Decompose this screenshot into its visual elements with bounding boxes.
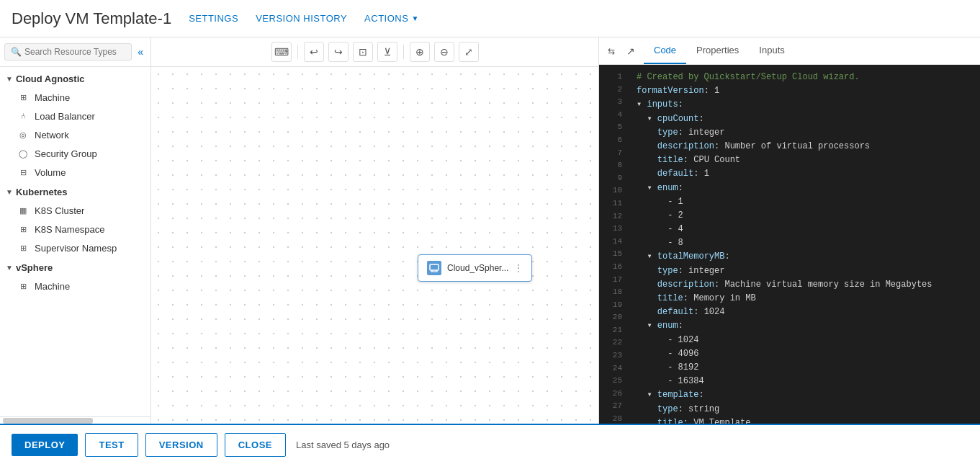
category-cloud-agnostic: ▼ Cloud Agnostic ⊞ Machine ⑃ Load Balanc…	[0, 70, 150, 182]
code-line-22: - 8192	[628, 361, 980, 375]
code-line-24: ▾ template:	[628, 388, 980, 402]
chevron-down-icon: ▼	[6, 188, 13, 196]
category-kubernetes: ▼ Kubernetes ▦ K8S Cluster ⊞ K8S Namespa…	[0, 183, 150, 257]
code-line-18: default: 1024	[628, 305, 980, 319]
redo-button[interactable]: ↪	[328, 42, 349, 62]
canvas-area: ⌨ ↩ ↪ ⊡ ⊻ ⊕ ⊖ ⤢ Cloud_vSphe	[151, 37, 598, 424]
category-kubernetes-header[interactable]: ▼ Kubernetes	[0, 183, 150, 201]
undo-button[interactable]: ↩	[304, 42, 324, 62]
nav-actions[interactable]: ACTIONS ▼	[364, 13, 419, 24]
header: Deploy VM Template-1 SETTINGS VERSION HI…	[0, 0, 980, 37]
main-area: 🔍 « ▼ Cloud Agnostic ⊞ Machine ⑃ Load Ba…	[0, 37, 980, 424]
close-button[interactable]: CLOSE	[225, 433, 286, 457]
sidebar-item-k8s-namespace[interactable]: ⊞ K8S Namespace	[0, 220, 150, 238]
code-panel-tabs: ⇆ ↗ Code Properties Inputs	[599, 37, 980, 65]
code-line-15: type: integer	[628, 264, 980, 278]
chevron-down-icon: ▼	[411, 14, 418, 22]
align-button[interactable]: ⊻	[377, 42, 397, 62]
canvas-toolbar: ⌨ ↩ ↪ ⊡ ⊻ ⊕ ⊖ ⤢	[151, 37, 598, 67]
node-context-menu-button[interactable]: ⋮	[514, 263, 523, 273]
toolbar-separator	[297, 45, 298, 59]
keyboard-button[interactable]: ⌨	[271, 42, 292, 62]
sidebar-item-k8s-cluster[interactable]: ▦ K8S Cluster	[0, 201, 150, 220]
vsphere-machine-icon: ⊞	[17, 280, 29, 292]
expand-panel-button[interactable]: ⇆	[605, 40, 618, 62]
tab-inputs[interactable]: Inputs	[749, 37, 794, 64]
code-line-11: - 2	[628, 209, 980, 223]
sidebar-item-supervisor-namespace[interactable]: ⊞ Supervisor Namesp	[0, 238, 150, 257]
canvas-node-cloud-vsphere[interactable]: Cloud_vSpher... ⋮	[418, 254, 532, 282]
code-line-16: description: Machine virtual memory size…	[628, 278, 980, 292]
header-nav: SETTINGS VERSION HISTORY ACTIONS ▼	[189, 13, 419, 24]
sidebar-item-vsphere-machine[interactable]: ⊞ Machine	[0, 277, 150, 295]
code-line-23: - 16384	[628, 375, 980, 388]
collapse-sidebar-button[interactable]: «	[135, 45, 146, 59]
sidebar-item-load-balancer[interactable]: ⑃ Load Balancer	[0, 107, 150, 125]
sidebar-content: ▼ Cloud Agnostic ⊞ Machine ⑃ Load Balanc…	[0, 67, 150, 416]
zoom-in-button[interactable]: ⊕	[410, 42, 430, 62]
page-title: Deploy VM Template-1	[12, 9, 171, 28]
search-box[interactable]: 🔍	[4, 43, 132, 61]
bottom-bar: DEPLOY TEST VERSION CLOSE Last saved 5 d…	[0, 424, 980, 464]
line-numbers: 1 2 3 4 5 6 7 8 9 10 11 12 13 14 15 16 1…	[599, 65, 628, 424]
sidebar-horizontal-scrollbar[interactable]	[0, 416, 150, 424]
chevron-down-icon: ▼	[6, 264, 13, 272]
supervisor-namespace-icon: ⊞	[17, 242, 29, 254]
code-content: 1 2 3 4 5 6 7 8 9 10 11 12 13 14 15 16 1…	[599, 65, 980, 424]
search-icon: 🔍	[11, 47, 22, 57]
code-line-20: - 1024	[628, 334, 980, 347]
sidebar-item-machine[interactable]: ⊞ Machine	[0, 88, 150, 107]
save-status: Last saved 5 days ago	[296, 440, 390, 450]
security-group-icon: ◯	[17, 148, 29, 159]
test-button[interactable]: TEST	[85, 433, 138, 457]
tab-code[interactable]: Code	[644, 37, 686, 64]
deploy-button[interactable]: DEPLOY	[12, 434, 78, 456]
sidebar-item-volume[interactable]: ⊟ Volume	[0, 163, 150, 182]
toolbar-separator-2	[403, 45, 404, 59]
code-line-3: ▾ inputs:	[628, 98, 980, 112]
expand-panel-button-2[interactable]: ↗	[624, 40, 638, 63]
code-line-26: title: VM Template	[628, 416, 980, 424]
code-line-4: ▾ cpuCount:	[628, 112, 980, 126]
code-line-10: - 1	[628, 195, 980, 209]
code-line-17: title: Memory in MB	[628, 292, 980, 305]
fullscreen-button[interactable]: ⤢	[459, 42, 479, 62]
code-line-14: ▾ totalMemoryMB:	[628, 250, 980, 264]
code-line-5: type: integer	[628, 126, 980, 140]
code-line-1: # Created by Quickstart/Setup Cloud wiza…	[628, 71, 980, 84]
machine-icon: ⊞	[17, 92, 29, 103]
chevron-down-icon: ▼	[6, 75, 13, 83]
code-line-2: formatVersion: 1	[628, 84, 980, 98]
k8s-namespace-icon: ⊞	[17, 223, 29, 235]
code-line-8: default: 1	[628, 167, 980, 181]
svg-rect-0	[430, 264, 439, 270]
code-line-19: ▾ enum:	[628, 319, 980, 333]
sidebar: 🔍 « ▼ Cloud Agnostic ⊞ Machine ⑃ Load Ba…	[0, 37, 151, 424]
search-input[interactable]	[24, 47, 125, 57]
load-balancer-icon: ⑃	[17, 110, 29, 122]
network-icon: ◎	[17, 129, 29, 140]
code-line-9: ▾ enum:	[628, 182, 980, 195]
fit-button[interactable]: ⊡	[353, 42, 373, 62]
sidebar-top: 🔍 «	[0, 37, 150, 67]
tab-properties[interactable]: Properties	[686, 37, 749, 64]
code-line-12: - 4	[628, 223, 980, 236]
node-label: Cloud_vSpher...	[447, 263, 508, 273]
k8s-cluster-icon: ▦	[17, 205, 29, 216]
code-editor[interactable]: # Created by Quickstart/Setup Cloud wiza…	[628, 65, 980, 424]
canvas[interactable]: Cloud_vSpher... ⋮ SUPPORT	[151, 67, 598, 424]
zoom-out-button[interactable]: ⊖	[434, 42, 454, 62]
nav-settings[interactable]: SETTINGS	[189, 13, 238, 24]
sidebar-item-network[interactable]: ◎ Network	[0, 125, 150, 144]
sidebar-item-security-group[interactable]: ◯ Security Group	[0, 144, 150, 163]
category-vsphere-header[interactable]: ▼ vSphere	[0, 259, 150, 277]
version-button[interactable]: VERSION	[145, 433, 217, 457]
category-cloud-agnostic-header[interactable]: ▼ Cloud Agnostic	[0, 70, 150, 88]
code-line-21: - 4096	[628, 347, 980, 361]
code-panel: ⇆ ↗ Code Properties Inputs 1 2 3 4 5 6 7…	[598, 37, 980, 424]
nav-version-history[interactable]: VERSION HISTORY	[256, 13, 347, 24]
vm-icon	[427, 261, 441, 275]
code-line-25: type: string	[628, 403, 980, 416]
code-line-13: - 8	[628, 236, 980, 250]
code-line-6: description: Number of virtual processor…	[628, 140, 980, 153]
